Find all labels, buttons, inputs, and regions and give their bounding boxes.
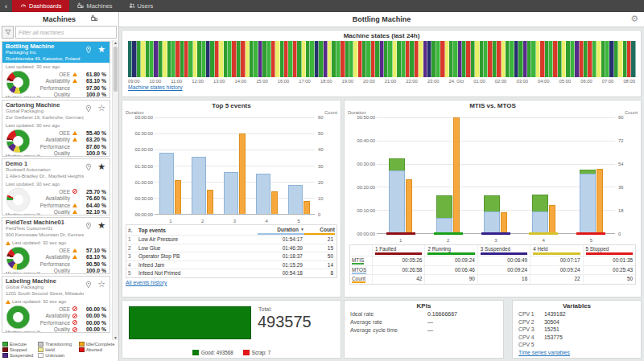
- metric-row: Performance97.90 %: [36, 84, 106, 92]
- favorite-star-icon[interactable]: ★: [97, 162, 105, 171]
- metric-row: Availability63.10 %: [36, 254, 106, 261]
- variable-row: CPV 315251: [513, 326, 641, 334]
- location-pin-icon[interactable]: [85, 46, 92, 55]
- state-header-label: 5 Stopped: [586, 246, 633, 252]
- table-cell: 00:09:24: [424, 256, 477, 265]
- time-tick-label: 01:00: [473, 79, 485, 84]
- machine-address: Zur Gießerei 19, Karlsruhe, Germany: [6, 115, 84, 121]
- time-tick-label: 06:00: [580, 79, 592, 84]
- favorite-star-icon[interactable]: ★: [97, 220, 105, 230]
- time-tick-label: 08:00: [623, 79, 635, 84]
- top-events-table: #. Top events Duration▼ Count 1Low Air P…: [126, 224, 337, 278]
- favorite-star-icon[interactable]: ☆: [97, 279, 105, 289]
- duration-bar: [224, 172, 238, 214]
- event-duration: 00:54:18: [258, 270, 304, 276]
- event-num: 4: [128, 262, 138, 268]
- settings-gear-icon[interactable]: ⚙: [630, 14, 638, 24]
- scroll-down-icon[interactable]: ▼: [114, 335, 118, 340]
- machine-card[interactable]: Demo 1Rockwell Automation1 Allen-Bradley…: [2, 158, 110, 215]
- scroll-up-icon[interactable]: ▲: [114, 40, 118, 45]
- time-tick-label: 12:00: [192, 79, 204, 84]
- count-tick-label: 40: [316, 147, 339, 152]
- last-updated: Last updated: 30 sec ago: [6, 298, 106, 305]
- machine-states-donut: Machine states %: [6, 70, 36, 98]
- mtis-segment: [389, 158, 405, 171]
- mtis-mtos-panel: MTIS vs. MTOS Duration Count 12345 00:50…: [344, 100, 642, 297]
- time-tick-label: 18:00: [320, 79, 332, 84]
- legend-item: Good: 493568: [192, 350, 233, 355]
- legend-item: Suspended: [2, 353, 36, 358]
- table-cell: 22: [530, 275, 582, 284]
- nav-tab-dashboards[interactable]: Dashboards: [12, 0, 69, 12]
- nav-tab-users[interactable]: Users: [121, 0, 162, 12]
- metric-row: Quality100.0 %: [36, 150, 106, 158]
- table-row[interactable]: 3Operator Stop PB01:18:3750: [126, 252, 336, 260]
- metric-label: Availability: [45, 137, 70, 142]
- table-cell: 00:07:17: [530, 256, 582, 265]
- filter-machines-input[interactable]: [15, 26, 117, 39]
- kpi-row: Average rate—: [345, 318, 503, 326]
- metric-value: 100.0 %: [80, 92, 106, 97]
- state-color-bar: [533, 252, 580, 255]
- table-row[interactable]: 4Infeed Jam01:15:2914: [126, 260, 336, 269]
- card-metrics-area: Machine states %OEE55.40 %Availability63…: [6, 129, 106, 157]
- nav-tab-machines[interactable]: Machines: [69, 0, 120, 12]
- machine-address: 1 Allen-Bradley Dr., Mayfield Heights,…: [6, 174, 84, 180]
- time-series-variables-link[interactable]: Time series variables: [518, 350, 570, 355]
- time-tick-label: 17:00: [299, 79, 311, 84]
- donut-chart: [6, 247, 30, 270]
- count-tick-label: 0: [316, 212, 339, 217]
- back-chevron-icon[interactable]: ‹: [0, 0, 12, 12]
- last-updated-text: Last updated: 30 sec ago: [6, 181, 60, 187]
- count-tick-label: 60: [316, 115, 339, 120]
- state-baseline: [576, 232, 605, 235]
- col-header-duration[interactable]: Duration▼: [258, 225, 304, 235]
- location-pin-icon[interactable]: [85, 281, 92, 290]
- event-name: Operator Stop PB: [138, 253, 258, 259]
- state-header-label: 3 Suspended: [481, 246, 527, 252]
- donut-chart: [6, 188, 30, 211]
- kpi-value: 0.16666667: [427, 311, 457, 318]
- donut-caption: Machine states %: [6, 154, 36, 157]
- event-duration: 01:15:29: [258, 262, 304, 268]
- production-total-panel: Total: 493575 Good: 493568Scrap: 7: [122, 300, 341, 359]
- location-pin-icon[interactable]: [85, 163, 92, 173]
- top5-title: Top 5 events: [122, 101, 341, 110]
- top5-events-panel: Top 5 events Duration Count 12345 03:00:…: [122, 100, 341, 297]
- machine-card[interactable]: Bottling MachinePackaging IncRozdzienska…: [2, 41, 110, 98]
- machine-card[interactable]: Cartoning MachineGlobal PackagingZur Gie…: [2, 100, 110, 157]
- card-metrics-area: Machine states %OEE61.80 %Availability63…: [6, 70, 106, 98]
- metric-value: 61.80 %: [80, 72, 106, 77]
- machine-company: Global Packaging: [6, 109, 84, 115]
- favorite-star-icon[interactable]: ★: [97, 44, 105, 54]
- event-duration: 01:54:17: [258, 236, 304, 242]
- legend-item: Scrap: 7: [243, 350, 270, 355]
- machine-card[interactable]: FieldTest Machine01FieldTest Customer019…: [2, 217, 110, 274]
- filter-funnel-icon[interactable]: [2, 26, 14, 39]
- time-tick-label: 20:00: [363, 79, 375, 84]
- location-pin-icon[interactable]: [85, 105, 92, 114]
- count-bar: [271, 191, 278, 214]
- table-row[interactable]: 2Low Glue01:46:3915: [126, 244, 336, 252]
- time-tick-label: 16:00: [278, 79, 290, 84]
- machine-states-history-link[interactable]: Machine states history: [128, 84, 183, 90]
- location-pin-icon[interactable]: [85, 222, 92, 232]
- table-row[interactable]: 5Infeed Not Primed00:54:188: [126, 269, 336, 277]
- variable-row: CPV 230504: [513, 318, 641, 326]
- all-events-history-link[interactable]: All events history: [126, 280, 167, 285]
- variable-value: 1439182: [544, 311, 565, 317]
- machine-type-icon[interactable]: [90, 14, 98, 24]
- machine-card[interactable]: Labeling MachineGlobal Packaging1201 Sou…: [2, 276, 110, 333]
- scrollbar-thumb[interactable]: [114, 47, 118, 92]
- time-tick-label: 22:00: [406, 79, 418, 84]
- metric-row: Quality100.0 %: [36, 92, 106, 99]
- metric-row: OEE55.40 %: [36, 129, 106, 137]
- metric-label: Quality: [54, 268, 70, 273]
- warning-icon: [6, 241, 10, 245]
- duration-tick-label: 01:00:00: [124, 180, 153, 185]
- favorite-star-icon[interactable]: ☆: [97, 103, 105, 113]
- users-icon: [129, 2, 135, 10]
- state-bar: [631, 41, 635, 77]
- machine-company: FieldTest Customer01: [6, 226, 84, 232]
- table-row[interactable]: 1Low Air Pressure01:54:1721: [126, 235, 336, 244]
